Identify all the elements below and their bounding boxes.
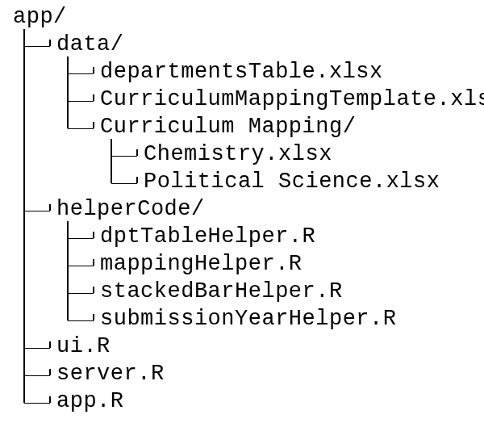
tree-root: app/ — [13, 6, 67, 28]
tree-line — [24, 375, 50, 376]
tree-line — [111, 156, 137, 157]
tree-line — [93, 67, 94, 73]
tree-line — [24, 46, 50, 47]
tree-line — [24, 211, 50, 211]
tree-line — [93, 122, 94, 128]
tree-line — [68, 238, 94, 239]
tree-line — [93, 232, 94, 238]
file-ui: ui.R — [56, 336, 111, 358]
tree-line — [68, 320, 94, 321]
tree-line — [93, 259, 94, 266]
tree-line — [67, 221, 69, 320]
dir-helpercode: helperCode/ — [56, 199, 205, 220]
tree-line — [49, 204, 51, 211]
tree-line — [49, 369, 51, 375]
tree-line — [49, 341, 51, 348]
file-mapping: mappingHelper.R — [100, 253, 302, 275]
dir-curr-mapping: Curriculum Mapping/ — [100, 116, 356, 138]
file-curr-template: CurriculumMappingTemplate.xlsx — [100, 89, 484, 111]
tree-line — [49, 40, 51, 46]
file-dpttable: dptTableHelper.R — [100, 226, 315, 248]
tree-line — [111, 139, 112, 183]
file-departments: departmentsTable.xlsx — [100, 61, 383, 83]
tree-line — [49, 396, 51, 403]
tree-line — [93, 287, 94, 293]
file-server: server.R — [56, 363, 165, 385]
file-polisci: Political Science.xlsx — [144, 171, 440, 193]
tree-line — [68, 73, 94, 74]
dir-data: data/ — [56, 34, 124, 56]
tree-line — [67, 57, 69, 128]
file-stackedbar: stackedBarHelper.R — [100, 281, 343, 303]
tree-line — [68, 101, 94, 102]
tree-line — [24, 348, 50, 349]
tree-line — [68, 293, 94, 294]
file-subyear: submissionYearHelper.R — [100, 308, 396, 330]
tree-line — [68, 128, 94, 129]
tree-line — [111, 183, 137, 184]
tree-line — [93, 314, 94, 320]
file-chemistry: Chemistry.xlsx — [144, 144, 332, 165]
tree-line — [23, 29, 25, 403]
tree-line — [93, 94, 94, 101]
tree-line — [24, 403, 50, 404]
tree-line — [136, 177, 138, 183]
file-app: app.R — [56, 391, 124, 412]
tree-line — [68, 266, 94, 266]
tree-line — [136, 149, 138, 156]
